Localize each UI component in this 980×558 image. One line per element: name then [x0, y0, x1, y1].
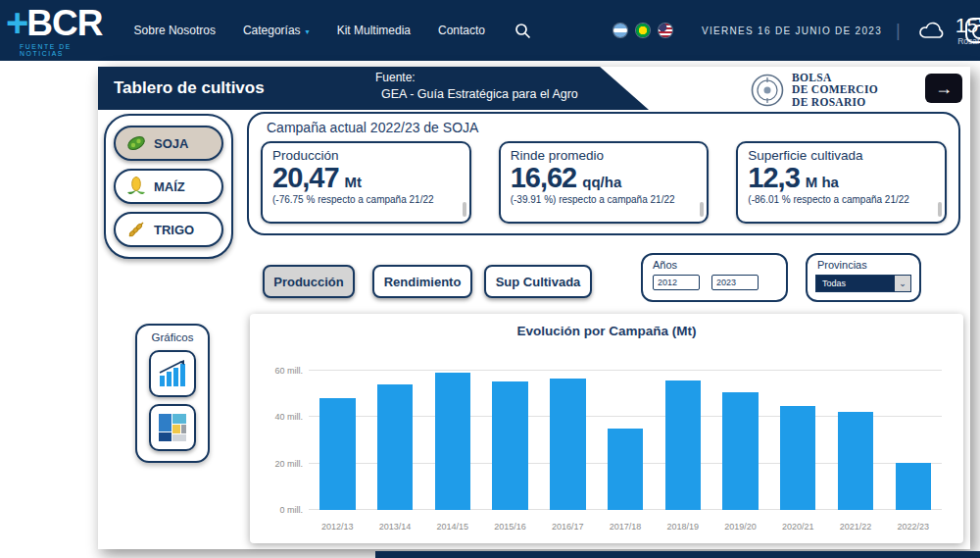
nav-categorias[interactable]: Categorías▾ [243, 24, 310, 37]
crop-button-trigo[interactable]: TRIGO [114, 212, 223, 247]
kpi-unit: qq/ha [582, 174, 621, 190]
wheat-icon [125, 219, 147, 240]
bar-slot [309, 359, 367, 510]
card-scrollbar[interactable] [700, 202, 704, 217]
flag-usa-icon[interactable] [659, 24, 672, 37]
x-tick-label: 2018/19 [654, 522, 711, 532]
card-scrollbar[interactable] [463, 202, 466, 217]
bar-slot [827, 359, 885, 510]
x-tick-label: 2014/15 [423, 522, 481, 532]
kpi-label: Superficie cultivada [748, 148, 935, 163]
bar-2017/18[interactable] [608, 429, 643, 510]
tab-sup-cultivada[interactable]: Sup Cultivada [484, 265, 592, 298]
kpi-panel: Campaña actual 2022/23 de SOJA Producció… [247, 112, 960, 235]
treemap-view-button[interactable] [149, 404, 196, 451]
provinces-dropdown[interactable]: Todas ⌄ [815, 275, 911, 292]
bar-2021/22[interactable] [838, 412, 873, 510]
graficos-label: Gráficos [137, 331, 208, 343]
year-from-input[interactable] [653, 275, 700, 290]
bar-2020/21[interactable] [780, 406, 815, 510]
crops-dashboard: Tablero de cultivos Fuente: GEA - Guía E… [98, 67, 970, 549]
graficos-panel: Gráficos [135, 324, 210, 463]
year-to-input[interactable] [711, 275, 759, 290]
x-tick-label: 2016/17 [539, 522, 597, 532]
y-tick-label: 20 mill. [260, 459, 303, 469]
crop-button-soja[interactable]: SOJA [114, 126, 223, 161]
bar-2012/13[interactable] [319, 398, 355, 510]
bar-slot [423, 359, 481, 510]
tab-rendimiento[interactable]: Rendimiento [372, 265, 472, 298]
nav-sobre-nosotros[interactable]: Sobre Nosotros [134, 24, 216, 37]
cloud-icon [916, 20, 948, 41]
bar-2022/23[interactable] [896, 463, 931, 510]
search-icon[interactable] [514, 23, 531, 39]
x-tick-label: 2015/16 [481, 522, 539, 532]
language-flags [613, 24, 672, 37]
bar-2014/15[interactable] [435, 373, 470, 510]
provinces-selected-value: Todas [816, 276, 895, 291]
nav-divider: | [896, 21, 901, 41]
nav-contacto[interactable]: Contacto [438, 24, 485, 37]
tab-produccion[interactable]: Producción [263, 265, 355, 298]
kpi-delta: (-86.01 % respecto a campaña 21/22 [748, 194, 927, 211]
y-tick-label: 40 mill. [260, 412, 303, 422]
kpi-value: 16,62 [511, 164, 577, 192]
bar-2013/14[interactable] [377, 384, 413, 510]
kpi-card-superficie: Superficie cultivada 12,3 M ha (-86.01 %… [736, 141, 947, 224]
chevron-down-icon: ▾ [306, 27, 310, 36]
bcr-org-logo: BOLSA DE COMERCIO DE ROSARIO [751, 72, 878, 108]
flag-argentina-icon[interactable] [613, 24, 627, 37]
kpi-value: 20,47 [272, 164, 339, 192]
bar-slot [884, 359, 942, 510]
x-tick-label: 2012/13 [309, 522, 367, 532]
treemap-icon [158, 413, 187, 442]
kpi-delta: (-76.75 % respecto a campaña 21/22 [272, 194, 452, 211]
provinces-filter: Provincias Todas ⌄ [806, 253, 921, 302]
bar-2019/20[interactable] [722, 392, 758, 510]
y-tick-label: 0 mill. [260, 505, 303, 515]
bar-2016/17[interactable] [550, 379, 585, 510]
chart-plot-area: 0 mill.20 mill.40 mill.60 mill. [309, 359, 942, 510]
bar-2015/16[interactable] [492, 381, 527, 510]
bcr-logo[interactable]: + BCR FUENTE DE NOTICIAS [6, 3, 103, 58]
org-name: BOLSA DE COMERCIO DE ROSARIO [792, 72, 878, 108]
crop-selector: SOJA MAÍZ TRIGO [104, 114, 233, 259]
bar-chart-icon [158, 359, 187, 388]
kpi-card-rinde: Rinde promedio 16,62 qq/ha (-39.91 %) re… [499, 141, 710, 224]
kpi-card-produccion: Producción 20,47 Mt (-76.75 % respecto a… [261, 141, 471, 224]
source-block: Fuente: GEA - Guía Estratégica para el A… [375, 71, 578, 101]
crop-button-maiz[interactable]: MAÍZ [114, 169, 223, 204]
x-tick-label: 2022/23 [884, 522, 942, 532]
bar-chart-view-button[interactable] [149, 350, 196, 397]
x-tick-label: 2021/22 [827, 522, 885, 532]
next-page-button[interactable]: → [925, 74, 962, 103]
card-scrollbar[interactable] [938, 202, 942, 217]
bar-2018/19[interactable] [665, 380, 701, 510]
bar-slot [481, 359, 539, 510]
kpi-cards: Producción 20,47 Mt (-76.75 % respecto a… [261, 141, 947, 224]
nav-kit-multimedia[interactable]: Kit Multimedia [337, 24, 411, 37]
date-display: VIERNES 16 DE JUNIO DE 2023 [702, 25, 882, 36]
bar-slot [367, 359, 424, 510]
main-nav: Sobre Nosotros Categorías▾ Kit Multimedi… [134, 24, 485, 37]
bar-plot [309, 359, 942, 510]
corn-icon [125, 176, 147, 197]
chart-title: Evolución por Campaña (Mt) [250, 324, 963, 338]
bar-slot [769, 359, 827, 510]
kpi-unit: Mt [345, 174, 363, 190]
logo-plus-icon: + [6, 3, 28, 42]
years-filter: Años [641, 253, 788, 302]
x-axis-labels: 2012/132013/142014/152015/162016/172017/… [309, 522, 942, 532]
years-filter-label: Años [653, 259, 786, 271]
bcr-seal-icon [751, 74, 784, 107]
kpi-label: Rinde promedio [511, 148, 698, 163]
flag-brazil-icon[interactable] [636, 24, 650, 37]
instagram-icon[interactable] [965, 18, 980, 43]
x-tick-label: 2019/20 [711, 522, 769, 532]
top-navbar: + BCR FUENTE DE NOTICIAS Sobre Nosotros … [0, 0, 980, 61]
soybean-icon [125, 132, 147, 154]
provinces-filter-label: Provincias [817, 259, 919, 271]
source-value: GEA - Guía Estratégica para el Agro [381, 87, 578, 101]
x-tick-label: 2020/21 [769, 522, 827, 532]
dashboard-header-band: Tablero de cultivos Fuente: GEA - Guía E… [98, 67, 649, 110]
